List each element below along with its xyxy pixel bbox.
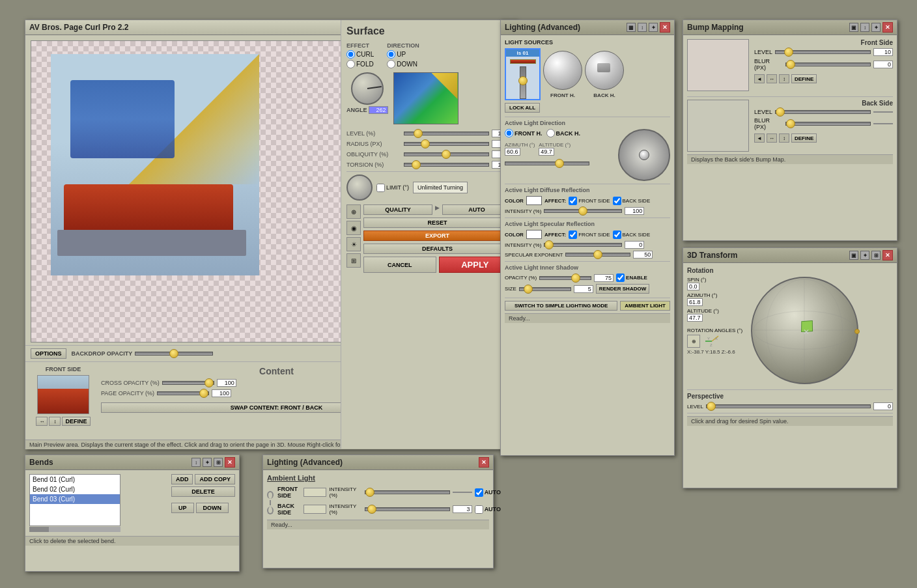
bump-icon1[interactable]: ▣: [849, 23, 858, 32]
specular-color-swatch[interactable]: [526, 230, 542, 239]
add-copy-btn[interactable]: ADD COPY: [195, 474, 235, 484]
enable-shadow-check[interactable]: ENABLE: [616, 273, 647, 282]
bump-front-level-slider[interactable]: [775, 50, 871, 54]
cancel-btn[interactable]: CANCEL: [363, 257, 436, 273]
switch-simple-mode-btn[interactable]: SWITCH TO SIMPLE LIGHTING MODE: [505, 301, 617, 311]
effect-curl[interactable]: CURL: [346, 50, 374, 59]
ambient-front-auto[interactable]: AUTO: [475, 488, 501, 497]
bends-close-btn[interactable]: ✕: [225, 457, 235, 468]
bend-item-3[interactable]: Bend 03 (Curl): [30, 494, 120, 504]
diffuse-back-check[interactable]: BACK SIDE: [613, 197, 651, 205]
bends-icon1[interactable]: ↕: [191, 458, 201, 467]
bends-scroll[interactable]: [29, 527, 120, 532]
bump-front-icon3[interactable]: ↕: [779, 74, 789, 83]
angle-dial[interactable]: [351, 72, 384, 105]
diffuse-intensity-slider[interactable]: [544, 209, 622, 213]
surface-icon1[interactable]: ⊕: [346, 204, 361, 219]
bump-back-blur-slider[interactable]: [785, 122, 871, 126]
specular-intensity-slider[interactable]: [544, 243, 622, 247]
bump-front-icon2[interactable]: ↔: [767, 74, 777, 83]
diffuse-color-swatch[interactable]: [526, 196, 542, 205]
shadow-opacity-slider[interactable]: [539, 276, 591, 280]
front-h-ball[interactable]: [543, 51, 582, 90]
bump-icon3[interactable]: ✦: [871, 23, 881, 32]
bump-front-icon1[interactable]: ◄: [754, 74, 765, 83]
quality-btn[interactable]: QUALITY: [363, 204, 432, 215]
transform-icon3[interactable]: ⊞: [871, 251, 881, 260]
surface-icon4[interactable]: ⊞: [346, 253, 361, 268]
options-btn[interactable]: OPTIONS: [31, 348, 66, 359]
bends-icon2[interactable]: ✦: [203, 458, 212, 467]
lighting-close-btn[interactable]: ✕: [660, 22, 670, 33]
front-nav-up[interactable]: ↕: [49, 417, 61, 426]
lighting-icon2[interactable]: ↕: [638, 23, 647, 32]
perspective-slider[interactable]: [706, 404, 871, 408]
transform-icon-axis[interactable]: ⊕: [687, 335, 700, 348]
dir-front-h[interactable]: FRONT H.: [505, 129, 543, 137]
specular-front-check[interactable]: FRONT SIDE: [569, 231, 610, 239]
direction-sphere[interactable]: [618, 129, 670, 181]
ambient-front-swatch[interactable]: [303, 488, 327, 497]
torsion-slider[interactable]: [404, 163, 489, 167]
down-btn[interactable]: DOWN: [196, 503, 229, 513]
direction-slider[interactable]: [505, 161, 589, 165]
delete-btn[interactable]: DELETE: [171, 486, 235, 497]
rotation-sphere[interactable]: ✕: [751, 277, 858, 384]
transform-close-btn[interactable]: ✕: [882, 250, 893, 260]
bump-back-icon1[interactable]: ◄: [754, 133, 765, 143]
render-shadow-btn[interactable]: RENDER SHADOW: [596, 284, 649, 294]
rotation-sphere-container[interactable]: ✕: [751, 277, 893, 384]
specular-back-check[interactable]: BACK SIDE: [613, 231, 651, 239]
bump-close-btn[interactable]: ✕: [882, 22, 893, 33]
bump-front-define-btn[interactable]: DEFINE: [791, 74, 817, 83]
surface-icon2[interactable]: ◉: [346, 221, 361, 235]
specular-exponent-slider[interactable]: [565, 253, 630, 257]
ls01-slider[interactable]: [520, 66, 526, 99]
dir-back-h[interactable]: BACK H.: [546, 129, 581, 137]
front-nav-left[interactable]: ↔: [36, 417, 48, 426]
bump-back-icon3[interactable]: ↕: [779, 133, 789, 143]
lock-all-btn[interactable]: LOCK ALL: [505, 103, 540, 113]
add-btn[interactable]: ADD: [171, 474, 193, 484]
obliquity-slider[interactable]: [404, 152, 489, 156]
limit-dial[interactable]: [346, 175, 373, 201]
transform-icon1[interactable]: ▣: [849, 251, 858, 260]
limit-checkbox[interactable]: LIMIT (°): [376, 184, 409, 192]
cross-opacity-slider[interactable]: [162, 381, 214, 385]
bump-back-icon2[interactable]: ↔: [767, 133, 777, 143]
lighting-icon1[interactable]: ▦: [627, 23, 636, 32]
backdrop-opacity-slider[interactable]: [135, 352, 213, 356]
ambient-back-auto[interactable]: AUTO: [475, 505, 501, 514]
front-define[interactable]: DEFINE: [62, 417, 90, 426]
ambient-close-btn[interactable]: ✕: [479, 457, 489, 468]
back-h-ball[interactable]: [585, 51, 624, 90]
bend-item-1[interactable]: Bend 01 (Curl): [30, 475, 120, 484]
direction-up[interactable]: UP: [387, 50, 419, 59]
ambient-back-swatch[interactable]: [303, 505, 327, 514]
direction-down[interactable]: DOWN: [387, 60, 419, 68]
page-opacity-slider[interactable]: [157, 391, 209, 395]
ambient-light-btn[interactable]: AMBIENT LIGHT: [620, 301, 670, 311]
radius-slider[interactable]: [404, 142, 489, 146]
lighting-icon3[interactable]: ✦: [649, 23, 658, 32]
ls01-selected[interactable]: ls 01: [505, 48, 541, 100]
diffuse-front-check[interactable]: FRONT SIDE: [569, 197, 610, 205]
level-slider[interactable]: [404, 132, 489, 135]
effect-fold[interactable]: FOLD: [346, 60, 374, 68]
surface-icon3[interactable]: ☀: [346, 237, 361, 251]
reset-btn[interactable]: RESET: [363, 217, 511, 228]
front-thumbnail[interactable]: [37, 375, 89, 414]
bends-icon3[interactable]: ⊞: [214, 458, 223, 467]
up-btn[interactable]: UP: [171, 503, 194, 513]
transform-icon2[interactable]: ✦: [860, 251, 869, 260]
defaults-btn[interactable]: DEFAULTS: [363, 244, 511, 254]
export-btn[interactable]: EXPORT: [363, 231, 511, 241]
ambient-front-slider[interactable]: [365, 490, 450, 494]
bump-icon2[interactable]: ↕: [860, 23, 869, 32]
bump-back-define-btn[interactable]: DEFINE: [791, 133, 817, 143]
bump-back-level-slider[interactable]: [775, 110, 871, 114]
shadow-size-slider[interactable]: [519, 287, 571, 291]
bend-item-2[interactable]: Bend 02 (Curl): [30, 484, 120, 494]
ambient-back-slider[interactable]: [365, 507, 450, 511]
bump-front-blur-slider[interactable]: [785, 63, 871, 66]
